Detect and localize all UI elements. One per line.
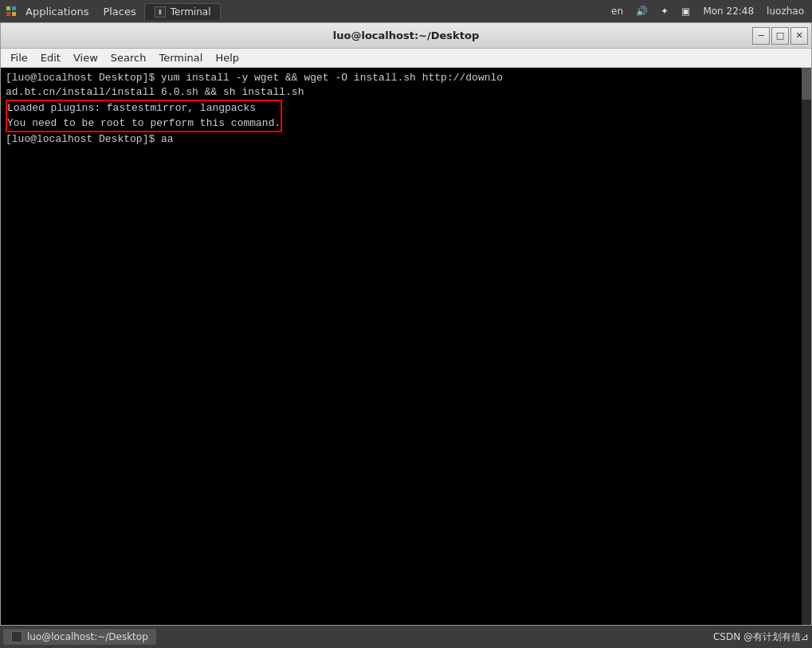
svg-rect-0 bbox=[6, 6, 10, 10]
display-icon[interactable]: ▣ bbox=[678, 6, 693, 17]
menu-view[interactable]: View bbox=[67, 50, 104, 65]
menu-edit[interactable]: Edit bbox=[34, 50, 67, 65]
terminal-tab-icon: ▮ bbox=[155, 6, 166, 18]
system-bar: Applications Places ▮ Terminal en 🔊 ✦ ▣ … bbox=[0, 0, 812, 22]
terminal-window: luo@localhost:~/Desktop − □ ✕ File Edit … bbox=[0, 22, 812, 626]
terminal-tab[interactable]: ▮ Terminal bbox=[144, 3, 222, 20]
applications-icon bbox=[5, 5, 18, 18]
terminal-line-1: [luo@localhost Desktop]$ yum install -y … bbox=[6, 71, 806, 85]
terminal-content[interactable]: [luo@localhost Desktop]$ yum install -y … bbox=[1, 68, 811, 625]
svg-rect-1 bbox=[12, 6, 16, 10]
system-bar-left: Applications Places ▮ Terminal bbox=[5, 3, 605, 20]
menu-terminal[interactable]: Terminal bbox=[152, 50, 209, 65]
menu-file[interactable]: File bbox=[4, 50, 34, 65]
taskbar-right-text: CSDN @有计划有借⊿ bbox=[713, 630, 809, 644]
close-button[interactable]: ✕ bbox=[790, 27, 808, 45]
highlighted-output: Loaded plugins: fastestmirror, langpacks… bbox=[6, 100, 282, 132]
terminal-line-5: [luo@localhost Desktop]$ aa bbox=[6, 132, 806, 147]
volume-icon[interactable]: 🔊 bbox=[633, 6, 651, 17]
menu-help[interactable]: Help bbox=[209, 50, 245, 65]
scrollbar-thumb[interactable] bbox=[802, 68, 811, 100]
system-bar-right: en 🔊 ✦ ▣ Mon 22:48 luozhao bbox=[608, 6, 807, 17]
taskbar-left: luo@localhost:~/Desktop bbox=[3, 629, 156, 645]
user-label: luozhao bbox=[763, 6, 807, 17]
applications-menu[interactable]: Applications bbox=[19, 4, 95, 19]
minimize-button[interactable]: − bbox=[752, 27, 770, 45]
window-titlebar: luo@localhost:~/Desktop − □ ✕ bbox=[1, 23, 811, 49]
terminal-tab-label: Terminal bbox=[171, 6, 211, 18]
menu-search[interactable]: Search bbox=[104, 50, 153, 65]
terminal-line-3: Loaded plugins: fastestmirror, langpacks bbox=[7, 101, 280, 116]
window-title: luo@localhost:~/Desktop bbox=[333, 29, 479, 41]
taskbar-item-label: luo@localhost:~/Desktop bbox=[27, 631, 148, 642]
bluetooth-icon[interactable]: ✦ bbox=[657, 6, 672, 17]
places-menu[interactable]: Places bbox=[96, 4, 142, 19]
terminal-line-2: ad.bt.cn/install/install 6.0.sh && sh in… bbox=[6, 85, 806, 100]
maximize-button[interactable]: □ bbox=[771, 27, 789, 45]
taskbar-terminal-icon bbox=[11, 631, 22, 642]
language-indicator: en bbox=[608, 6, 626, 17]
window-controls: − □ ✕ bbox=[752, 27, 808, 45]
terminal-line-4: You need to be root to perform this comm… bbox=[7, 116, 280, 131]
taskbar-terminal-item[interactable]: luo@localhost:~/Desktop bbox=[3, 629, 156, 645]
clock: Mon 22:48 bbox=[700, 6, 757, 17]
terminal-scrollbar[interactable] bbox=[802, 68, 811, 625]
svg-rect-2 bbox=[6, 12, 10, 16]
taskbar: luo@localhost:~/Desktop CSDN @有计划有借⊿ bbox=[0, 626, 812, 648]
menu-bar: File Edit View Search Terminal Help bbox=[1, 49, 811, 68]
svg-rect-3 bbox=[12, 12, 16, 16]
